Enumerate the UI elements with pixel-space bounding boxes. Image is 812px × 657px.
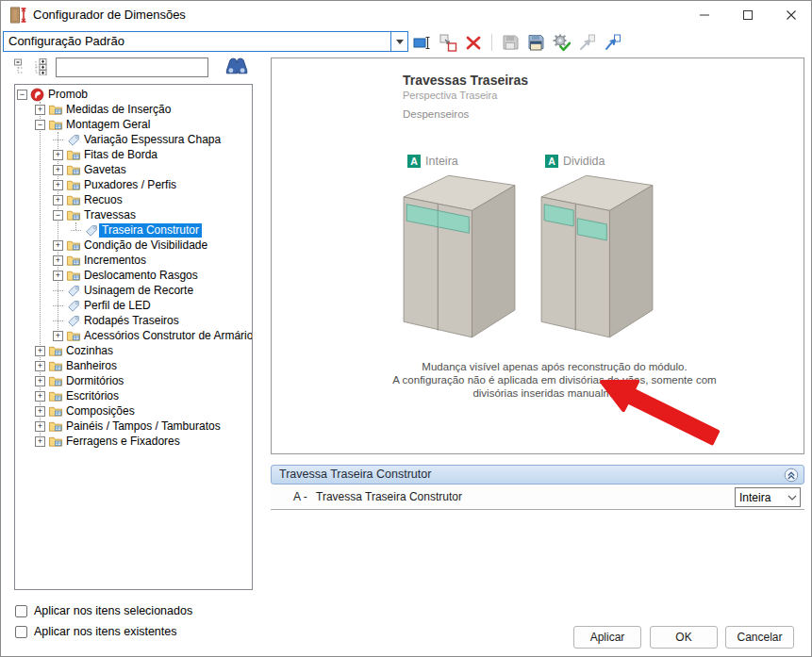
select-value: Inteira (736, 491, 785, 504)
tree-item[interactable]: Usinagem de Recorte (15, 283, 252, 298)
expand-node-button[interactable]: + (53, 240, 63, 251)
tree-item[interactable]: +Deslocamento Rasgos (15, 268, 252, 283)
expand-all-button[interactable] (32, 58, 49, 77)
apply-existing-checkbox[interactable] (15, 626, 27, 638)
apply-selected-checkbox[interactable] (15, 605, 27, 617)
collapse-node-button[interactable]: − (35, 120, 45, 130)
collapse-all-button[interactable] (13, 58, 30, 77)
save-button-disabled[interactable] (500, 32, 521, 53)
expand-node-button[interactable]: + (53, 255, 63, 266)
expand-node-button[interactable]: + (35, 105, 45, 115)
configuration-tree: −Promob+Medidas de Inserção−Montagem Ger… (14, 84, 253, 590)
option-dividida: A Dividida (545, 154, 668, 343)
ok-button[interactable]: OK (650, 626, 718, 649)
folder-icon-slot (65, 177, 81, 192)
expand-node-button[interactable]: + (53, 150, 63, 160)
tree-item[interactable]: +Puxadores / Perfis (15, 177, 252, 192)
expand-node-button[interactable]: + (35, 436, 45, 447)
tree-item[interactable]: +Gavetas (15, 162, 252, 177)
collapse-node-button[interactable]: − (53, 210, 63, 221)
import-button[interactable] (602, 32, 622, 53)
save-library-button[interactable] (525, 32, 546, 53)
folder-icon (66, 329, 81, 343)
rename-config-button[interactable] (412, 32, 433, 53)
duplicate-config-button[interactable] (438, 32, 458, 53)
travessa-value-select[interactable]: Inteira (735, 487, 801, 507)
tree-item[interactable]: Rodapés Traseiros (15, 313, 252, 328)
expand-node-button[interactable]: + (53, 180, 63, 190)
folder-icon (48, 435, 63, 449)
tree-search-input[interactable] (56, 57, 208, 77)
folder-icon (66, 163, 81, 177)
minimize-icon (699, 9, 710, 21)
close-icon (786, 9, 797, 21)
expand-node-button[interactable]: + (53, 165, 63, 175)
checkbox-label: Aplicar nos itens existentes (34, 625, 176, 638)
expand-node-button[interactable]: + (35, 406, 45, 417)
cancel-button[interactable]: Cancelar (725, 626, 794, 649)
search-button[interactable] (224, 56, 250, 78)
expand-node-button[interactable]: + (53, 195, 63, 205)
tree-item[interactable]: +Banheiros (15, 358, 252, 373)
tree-item[interactable]: −Promob (15, 87, 252, 102)
tree-item-label: Fitas de Borda (81, 148, 160, 162)
expand-node-button[interactable]: + (35, 376, 45, 386)
tree-item[interactable]: +Painéis / Tampos / Tamburatos (15, 419, 252, 434)
folder-icon (48, 359, 63, 373)
duplicate-config-icon (439, 33, 457, 52)
tree-item[interactable]: +Condição de Visibilidade (15, 238, 252, 253)
export-button-disabled[interactable] (576, 32, 597, 53)
expand-node-button[interactable]: + (53, 271, 63, 281)
tree-item[interactable]: +Escritórios (15, 388, 252, 403)
folder-icon-slot (65, 268, 81, 283)
tree-item[interactable]: Variação Espessura Chapa (15, 132, 252, 147)
apply-config-icon (552, 33, 571, 52)
delete-config-button[interactable] (463, 32, 484, 53)
minimize-button[interactable] (683, 1, 726, 29)
apply-button[interactable]: Aplicar (573, 626, 641, 649)
checkbox-label: Aplicar nos itens selecionados (34, 604, 192, 617)
apply-config-button[interactable] (551, 32, 572, 53)
tree-item[interactable]: +Medidas de Inserção (15, 102, 252, 117)
tree-item[interactable]: +Composições (15, 403, 252, 419)
combobox-dropdown-button[interactable] (390, 32, 407, 51)
tree-item[interactable]: +Ferragens e Fixadores (15, 434, 252, 449)
tree-item-label: Condição de Visibilidade (81, 238, 210, 253)
attribute-tag-icon (67, 299, 80, 312)
export-icon (577, 33, 596, 52)
tree-item[interactable]: +Fitas de Borda (15, 147, 252, 162)
tree-item-label: Cozinhas (63, 344, 116, 358)
tree-item[interactable]: +Acessórios Construtor de Armários (15, 328, 252, 343)
tree-item[interactable]: +Recuos (15, 192, 252, 207)
expand-all-icon (32, 58, 49, 75)
config-combobox[interactable]: Configuração Padrão (3, 31, 408, 52)
folder-icon (66, 238, 81, 253)
collapse-node-button[interactable]: − (17, 90, 27, 100)
dimension-configurator-dialog: Configurador de Dimensões Configuração P… (0, 0, 812, 657)
tree-item-label: Medidas de Inserção (63, 103, 174, 117)
property-key: A - (293, 485, 307, 509)
tree-item[interactable]: +Dormitórios (15, 373, 252, 388)
maximize-button[interactable] (726, 1, 770, 29)
tree-item[interactable]: Perfil de LED (15, 298, 252, 313)
section-collapse-button[interactable] (784, 468, 799, 483)
tree-item[interactable]: +Incrementos (15, 253, 252, 268)
expand-node-button[interactable]: + (35, 421, 45, 432)
expand-node-button[interactable]: + (35, 346, 45, 356)
folder-icon-slot (47, 117, 63, 132)
tree-item-label: Puxadores / Perfis (81, 178, 179, 192)
tree-item[interactable]: −Travessas (15, 207, 252, 222)
close-button[interactable] (770, 1, 812, 29)
expand-node-button[interactable]: + (35, 391, 45, 402)
expand-node-button[interactable]: + (35, 361, 45, 371)
folder-icon (48, 404, 63, 419)
tree-item-label: Ferragens e Fixadores (63, 435, 183, 449)
tree-item[interactable]: −Montagem Geral (15, 117, 252, 132)
tree-item[interactable]: Traseira Construtor (15, 222, 252, 238)
tree-item[interactable]: +Cozinhas (15, 343, 252, 358)
expand-node-button[interactable]: + (53, 331, 63, 341)
apply-existing-checkbox-row: Aplicar nos itens existentes (15, 624, 176, 639)
collapse-all-icon (13, 58, 30, 75)
tree-item-label: Dormitórios (63, 374, 126, 388)
folder-icon-slot (47, 343, 63, 358)
